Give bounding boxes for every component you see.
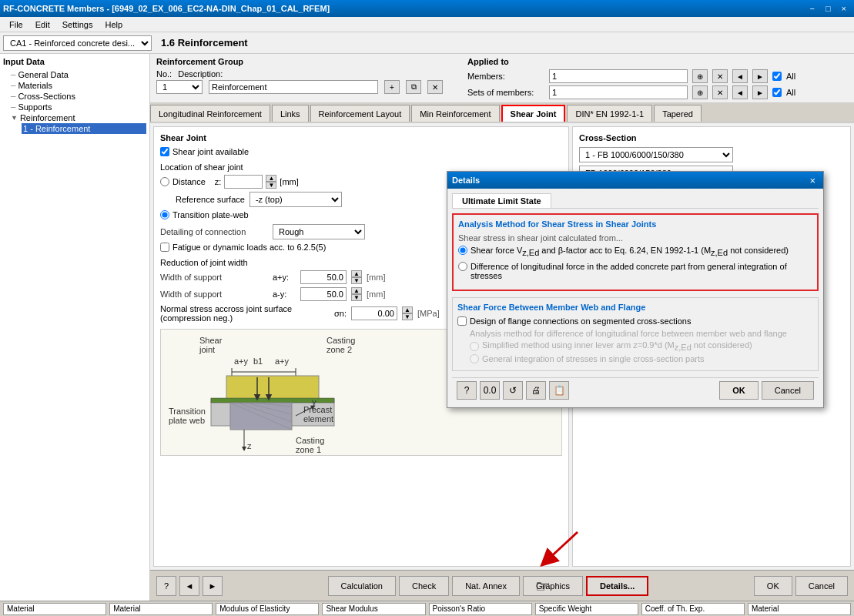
z-spinner[interactable]: ▲ ▼ bbox=[266, 175, 276, 189]
members-pick-btn[interactable]: ⊕ bbox=[692, 69, 708, 83]
width-plus-down-btn[interactable]: ▼ bbox=[351, 277, 362, 284]
tab-longitudinal-reinforcement[interactable]: Longitudinal Reinforcement bbox=[150, 105, 270, 122]
dialog-sub-radio2[interactable] bbox=[470, 354, 479, 363]
ref-surface-dropdown[interactable]: -z (top) bbox=[250, 192, 342, 207]
members-input[interactable] bbox=[549, 69, 688, 83]
transition-radio[interactable] bbox=[160, 210, 169, 219]
z-label: z: bbox=[215, 177, 222, 186]
rg-add-btn[interactable]: + bbox=[384, 80, 400, 94]
minimize-button[interactable]: − bbox=[805, 2, 819, 15]
rg-del-btn[interactable]: ✕ bbox=[427, 80, 443, 94]
width-minus-up-btn[interactable]: ▲ bbox=[351, 287, 362, 294]
calculation-button[interactable]: Calculation bbox=[328, 576, 396, 596]
z-down-btn[interactable]: ▼ bbox=[266, 182, 276, 189]
members-del-btn[interactable]: ✕ bbox=[712, 69, 728, 83]
dialog-undo-btn[interactable]: ↺ bbox=[503, 381, 523, 400]
shear-joint-title: Shear Joint bbox=[160, 133, 562, 142]
dialog-footer: ? 0.0 ↺ 🖨 📋 OK Cancel bbox=[452, 377, 819, 403]
sets-all-checkbox[interactable] bbox=[772, 88, 782, 97]
dialog-ok-btn[interactable]: OK bbox=[719, 381, 759, 400]
svg-text:a+y: a+y bbox=[234, 357, 249, 366]
dialog-sub-radio1[interactable] bbox=[470, 342, 479, 351]
menu-edit[interactable]: Edit bbox=[29, 17, 56, 32]
width-plus-up-btn[interactable]: ▲ bbox=[351, 270, 362, 277]
cancel-button[interactable]: Cancel bbox=[795, 576, 848, 596]
tab-din[interactable]: DIN* EN 1992-1-1 bbox=[567, 105, 652, 122]
sets-nav-btn[interactable]: ◄ bbox=[732, 85, 748, 99]
sets-pick-btn[interactable]: ⊕ bbox=[692, 85, 708, 99]
z-up-btn[interactable]: ▲ bbox=[266, 175, 276, 182]
width-plus-label: Width of support bbox=[160, 273, 268, 282]
check-button[interactable]: Check bbox=[399, 576, 449, 596]
dialog-radio1[interactable] bbox=[458, 246, 467, 255]
sets-nav2-btn[interactable]: ► bbox=[752, 85, 768, 99]
shear-joint-checkbox[interactable] bbox=[160, 147, 169, 156]
members-all-checkbox[interactable] bbox=[772, 72, 782, 81]
rg-copy-btn[interactable]: ⧉ bbox=[406, 80, 421, 94]
sidebar-item-materials[interactable]: ─ Materials bbox=[9, 80, 146, 91]
tab-links[interactable]: Links bbox=[272, 105, 309, 122]
prev-btn[interactable]: ◄ bbox=[179, 576, 199, 596]
close-button[interactable]: × bbox=[837, 2, 851, 15]
members-nav2-btn[interactable]: ► bbox=[752, 69, 768, 83]
tab-label-longitudinal: Longitudinal Reinforcement bbox=[159, 109, 262, 119]
menu-help[interactable]: Help bbox=[99, 17, 129, 32]
tab-label-din: DIN* EN 1992-1-1 bbox=[575, 109, 644, 119]
applied-to-section: Applied to Members: ⊕ ✕ ◄ ► All Sets of … bbox=[467, 57, 795, 99]
normal-stress-input[interactable] bbox=[351, 306, 397, 320]
sidebar-item-supports[interactable]: ─ Supports bbox=[9, 102, 146, 112]
normal-stress-down-btn[interactable]: ▼ bbox=[402, 313, 413, 320]
fatigue-checkbox[interactable] bbox=[160, 243, 169, 252]
width-minus-input[interactable] bbox=[300, 287, 347, 301]
tab-label-min-reinforcement: Min Reinforcement bbox=[420, 109, 491, 119]
z-input[interactable] bbox=[224, 175, 263, 189]
ok-button[interactable]: OK bbox=[754, 576, 792, 596]
sidebar-item-reinforcement-1[interactable]: 1 - Reinforcement bbox=[22, 123, 146, 134]
dialog-print-btn[interactable]: 🖨 bbox=[526, 381, 546, 400]
dialog-cancel-btn[interactable]: Cancel bbox=[762, 381, 814, 400]
sidebar-item-reinforcement[interactable]: ▼ Reinforcement bbox=[9, 112, 146, 123]
tab-tapered[interactable]: Tapered bbox=[654, 105, 702, 122]
sets-del-btn[interactable]: ✕ bbox=[712, 85, 728, 99]
distance-radio[interactable] bbox=[160, 177, 169, 186]
members-nav-btn[interactable]: ◄ bbox=[732, 69, 748, 83]
rg-desc-input[interactable] bbox=[209, 80, 378, 94]
case-dropdown[interactable]: CA1 - Reinforced concrete desi... bbox=[3, 35, 152, 51]
sidebar-item-cross-sections[interactable]: ─ Cross-Sections bbox=[9, 91, 146, 102]
detailing-dropdown[interactable]: Rough bbox=[273, 224, 365, 239]
dialog-close-btn[interactable]: × bbox=[806, 175, 819, 186]
width-plus-input[interactable] bbox=[300, 270, 347, 284]
nat-annex-button[interactable]: Nat. Annex bbox=[452, 576, 520, 596]
next-btn[interactable]: ► bbox=[203, 576, 223, 596]
dialog-export-btn[interactable]: 📋 bbox=[549, 381, 569, 400]
header-row: CA1 - Reinforced concrete desi... 1.6 Re… bbox=[0, 32, 854, 54]
width-minus-down-btn[interactable]: ▼ bbox=[351, 294, 362, 301]
rg-no-input[interactable]: 1 bbox=[156, 80, 203, 94]
sets-input[interactable] bbox=[549, 85, 688, 99]
maximize-button[interactable]: □ bbox=[821, 2, 836, 15]
tab-min-reinforcement[interactable]: Min Reinforcement bbox=[411, 105, 499, 122]
width-minus-spinner[interactable]: ▲ ▼ bbox=[351, 287, 362, 301]
svg-text:b1: b1 bbox=[253, 357, 263, 366]
sidebar-tree: ─ General Data ─ Materials ─ Cross-Secti… bbox=[3, 69, 146, 134]
details-dialog: Details × Ultimate Limit State Analysis … bbox=[447, 171, 824, 408]
help-btn[interactable]: ? bbox=[156, 576, 176, 596]
menu-file[interactable]: File bbox=[3, 17, 29, 32]
dialog-flange-checkbox[interactable] bbox=[457, 316, 467, 326]
dialog-sub-radio2-row: General integration of stresses in singl… bbox=[457, 354, 813, 363]
width-plus-spinner[interactable]: ▲ ▼ bbox=[351, 270, 362, 284]
dialog-radio2[interactable] bbox=[458, 262, 467, 271]
normal-stress-up-btn[interactable]: ▲ bbox=[402, 306, 413, 313]
details-button[interactable]: Details... bbox=[586, 576, 648, 596]
sidebar-item-general-data[interactable]: ─ General Data bbox=[9, 69, 146, 80]
dialog-help-btn[interactable]: ? bbox=[457, 381, 477, 400]
tab-reinforcement-layout[interactable]: Reinforcement Layout bbox=[310, 105, 410, 122]
dialog-reset-btn[interactable]: 0.0 bbox=[480, 381, 500, 400]
normal-stress-spinner[interactable]: ▲ ▼ bbox=[402, 306, 413, 320]
cs-dropdown[interactable]: 1 - FB 1000/6000/150/380 bbox=[579, 147, 733, 162]
tab-shear-joint[interactable]: Shear Joint bbox=[501, 105, 566, 122]
normal-stress-unit: [MPa] bbox=[417, 309, 440, 318]
dialog-tab-uls[interactable]: Ultimate Limit State bbox=[452, 193, 551, 208]
graphics-button[interactable]: Graphics bbox=[523, 576, 583, 596]
menu-settings[interactable]: Settings bbox=[56, 17, 99, 32]
